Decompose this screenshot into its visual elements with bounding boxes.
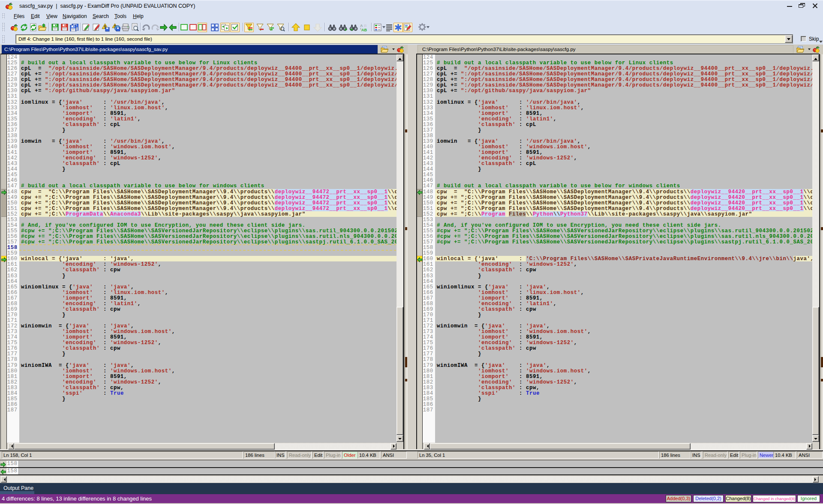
svg-text:B: B — [364, 24, 367, 28]
svg-text:AB: AB — [361, 28, 367, 32]
svg-text:A: A — [360, 24, 363, 28]
